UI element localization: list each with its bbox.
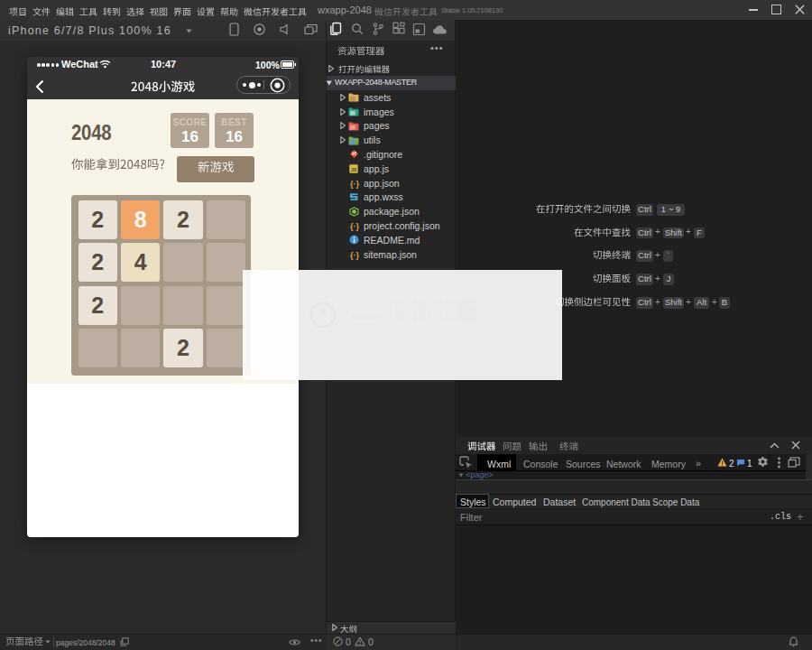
svg-text:{·}: {·}	[350, 250, 359, 259]
svg-text:{·}: {·}	[350, 179, 359, 188]
svg-text:JS: JS	[351, 166, 357, 172]
svg-text:{·}: {·}	[350, 221, 359, 230]
